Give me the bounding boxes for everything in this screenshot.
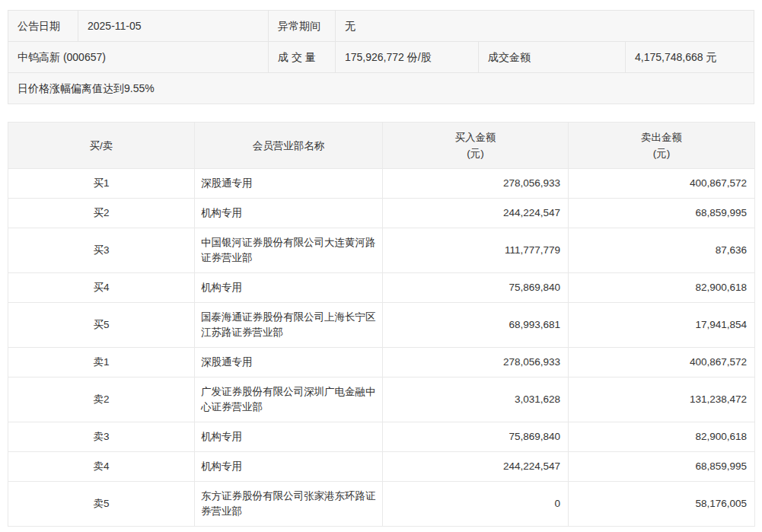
row-sell-amount: 400,867,572 (569, 348, 755, 377)
row-buy-amount: 111,777,779 (383, 228, 569, 273)
volume-value: 175,926,772 份/股 (336, 42, 479, 72)
row-branch: 广发证券股份有限公司深圳广电金融中心证券营业部 (195, 377, 383, 422)
abnormal-period-value: 无 (336, 11, 754, 41)
row-branch: 机构专用 (195, 273, 383, 303)
col-header-sell-label: 卖出金额 (573, 129, 750, 145)
row-side: 买4 (8, 273, 195, 303)
info-row-announcement: 公告日期 2025-11-05 异常期间 无 (8, 11, 754, 42)
info-row-volume: 中钨高新 (000657) 成 交 量 175,926,772 份/股 成交金额… (8, 42, 754, 73)
col-header-sell-unit: (元) (573, 145, 750, 161)
row-sell-amount: 58,176,005 (569, 482, 755, 527)
row-side: 买5 (8, 303, 195, 348)
row-sell-amount: 400,867,572 (569, 169, 755, 199)
table-row: 卖5 东方证券股份有限公司张家港东环路证券营业部 0 58,176,005 (8, 482, 755, 527)
row-side: 买1 (8, 169, 195, 199)
row-buy-amount: 244,224,547 (383, 452, 569, 482)
col-header-buy-label: 买入金额 (387, 129, 563, 145)
info-row-note: 日价格涨幅偏离值达到9.55% (8, 73, 754, 104)
table-row: 买1 深股通专用 278,056,933 400,867,572 (8, 169, 755, 199)
row-buy-amount: 68,993,681 (383, 303, 569, 348)
row-side: 卖4 (8, 452, 195, 482)
announce-date-label: 公告日期 (8, 11, 78, 41)
row-buy-amount: 75,869,840 (383, 273, 569, 303)
turnover-label: 成交金额 (479, 42, 626, 72)
row-sell-amount: 68,859,995 (569, 199, 755, 228)
row-side: 卖1 (8, 348, 195, 377)
turnover-value: 4,175,748,668 元 (626, 42, 754, 72)
row-branch: 东方证券股份有限公司张家港东环路证券营业部 (195, 482, 383, 527)
announce-date-value: 2025-11-05 (78, 11, 269, 41)
row-sell-amount: 87,636 (569, 228, 755, 273)
row-branch: 中国银河证券股份有限公司大连黄河路证券营业部 (195, 228, 383, 273)
row-side: 卖5 (8, 482, 195, 527)
row-buy-amount: 278,056,933 (383, 348, 569, 377)
table-row: 买2 机构专用 244,224,547 68,859,995 (8, 199, 755, 228)
row-sell-amount: 82,900,618 (569, 273, 755, 303)
table-row: 卖2 广发证券股份有限公司深圳广电金融中心证券营业部 3,031,628 131… (8, 377, 755, 422)
price-deviation-note: 日价格涨幅偏离值达到9.55% (8, 73, 754, 104)
volume-label: 成 交 量 (269, 42, 336, 72)
row-buy-amount: 3,031,628 (383, 377, 569, 422)
col-header-buy-unit: (元) (387, 145, 563, 161)
stock-name-and-code: 中钨高新 (000657) (8, 42, 269, 72)
row-side: 卖2 (8, 377, 195, 422)
row-branch: 深股通专用 (195, 169, 383, 199)
table-row: 卖4 机构专用 244,224,547 68,859,995 (8, 452, 755, 482)
row-buy-amount: 75,869,840 (383, 422, 569, 452)
table-row: 买3 中国银河证券股份有限公司大连黄河路证券营业部 111,777,779 87… (8, 228, 755, 273)
row-side: 卖3 (8, 422, 195, 452)
abnormal-period-label: 异常期间 (269, 11, 336, 41)
row-branch: 深股通专用 (195, 348, 383, 377)
row-sell-amount: 131,238,472 (569, 377, 755, 422)
row-branch: 机构专用 (195, 422, 383, 452)
col-header-buy: 买入金额 (元) (383, 123, 569, 169)
row-side: 买3 (8, 228, 195, 273)
table-row: 卖3 机构专用 75,869,840 82,900,618 (8, 422, 755, 452)
broker-trading-table: 买/卖 会员营业部名称 买入金额 (元) 卖出金额 (元) 买1 深股通专用 2… (8, 122, 755, 527)
row-branch: 机构专用 (195, 452, 383, 482)
row-buy-amount: 278,056,933 (383, 169, 569, 199)
table-row: 买5 国泰海通证券股份有限公司上海长宁区江苏路证券营业部 68,993,681 … (8, 303, 755, 348)
row-buy-amount: 0 (383, 482, 569, 527)
col-header-side: 买/卖 (8, 123, 195, 169)
row-side: 买2 (8, 199, 195, 228)
row-sell-amount: 68,859,995 (569, 452, 755, 482)
col-header-sell: 卖出金额 (元) (569, 123, 755, 169)
row-sell-amount: 17,941,854 (569, 303, 755, 348)
row-buy-amount: 244,224,547 (383, 199, 569, 228)
row-sell-amount: 82,900,618 (569, 422, 755, 452)
stock-info-panel: 公告日期 2025-11-05 异常期间 无 中钨高新 (000657) 成 交… (8, 10, 754, 104)
row-branch: 国泰海通证券股份有限公司上海长宁区江苏路证券营业部 (195, 303, 383, 348)
table-header-row: 买/卖 会员营业部名称 买入金额 (元) 卖出金额 (元) (8, 123, 755, 169)
col-header-branch: 会员营业部名称 (195, 123, 383, 169)
table-row: 卖1 深股通专用 278,056,933 400,867,572 (8, 348, 755, 377)
table-row: 买4 机构专用 75,869,840 82,900,618 (8, 273, 755, 303)
row-branch: 机构专用 (195, 199, 383, 228)
